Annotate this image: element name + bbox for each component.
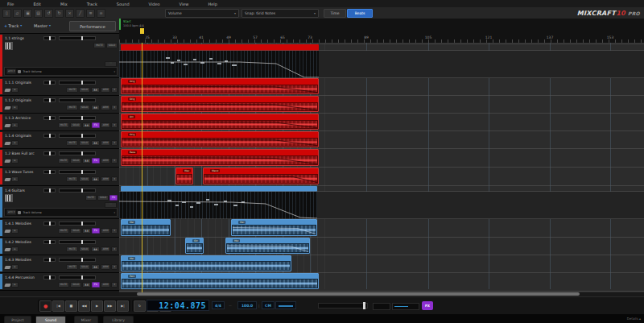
tab-sound[interactable]: Sound bbox=[35, 316, 66, 323]
volume-slider[interactable] bbox=[59, 240, 96, 244]
automation-icon[interactable]: ▲▲ bbox=[82, 228, 91, 234]
automation-lane-header[interactable]: arm ▾ Track Volume ▾ bbox=[4, 208, 118, 217]
automation-type-dropdown[interactable]: Volume▾ bbox=[165, 9, 239, 18]
pan-slider[interactable] bbox=[43, 116, 56, 120]
collapse-button[interactable]: ▾ bbox=[111, 122, 118, 128]
mute-button[interactable]: MUTE bbox=[66, 105, 78, 110]
clip-area[interactable]: ···Orig···Orig···Arc···Orig···Bass···Wav… bbox=[119, 43, 644, 297]
pan-slider[interactable] bbox=[43, 98, 56, 102]
track-1-3-wave-tunes[interactable]: 1.3 Wave Tunes ≡ MUTE SOLO ▲▲ ARM ▾ bbox=[0, 168, 119, 186]
redo-icon[interactable]: ↻ bbox=[55, 9, 64, 18]
stop-button[interactable]: ■ bbox=[65, 300, 77, 312]
automation-icon[interactable]: ▲▲ bbox=[82, 282, 91, 288]
track-menu-button[interactable]: ≡ bbox=[11, 264, 19, 270]
pan-slider[interactable] bbox=[43, 258, 56, 262]
track-1-1-strings[interactable]: 1.1 strings MUTE SOLO ··· arm ▾ Track Vo… bbox=[0, 34, 119, 78]
automation-icon[interactable]: ▲▲ bbox=[91, 246, 100, 252]
guitars-notes[interactable] bbox=[119, 192, 644, 219]
balance-slider[interactable] bbox=[373, 303, 390, 310]
tab-project[interactable]: Project bbox=[4, 316, 31, 323]
arm-button[interactable]: ARM bbox=[101, 282, 111, 288]
scrollbar-thumb[interactable] bbox=[137, 292, 580, 296]
audio-clip[interactable]: ···Perc bbox=[121, 273, 319, 289]
volume-slider[interactable] bbox=[59, 81, 96, 85]
pan-slider[interactable] bbox=[43, 275, 56, 280]
track-1-1-3-arcvoice[interactable]: 1.1.3 ArcVoice ≡ MUTE SOLO ▲▲FX ARM ▾ bbox=[0, 114, 119, 131]
mute-button[interactable]: MUTE bbox=[66, 140, 78, 146]
menu-video[interactable]: Video bbox=[149, 2, 160, 6]
volume-slider[interactable] bbox=[59, 188, 96, 193]
volume-slider[interactable] bbox=[59, 275, 96, 280]
menu-mix[interactable]: Mix bbox=[60, 2, 68, 6]
collapse-button[interactable]: ▾ bbox=[111, 264, 118, 270]
pencil-icon[interactable]: ╱ bbox=[76, 9, 85, 18]
automation-lane-header[interactable]: arm ▾ Track Volume ▾ bbox=[4, 67, 118, 76]
record-button[interactable]: ● bbox=[39, 300, 52, 312]
track-1-4-2-melodies[interactable]: 1.4.2 Melodies ≡ MUTE SOLO ▲▲ ARM ▾ bbox=[0, 238, 119, 255]
mixer-icon[interactable]: ▤ bbox=[34, 9, 43, 18]
link-icon[interactable]: ∞ bbox=[97, 9, 105, 18]
clip-volume-curve[interactable] bbox=[122, 150, 318, 165]
master-track-button[interactable]: Master▾ bbox=[34, 21, 51, 30]
arm-button[interactable]: ARM bbox=[101, 264, 111, 270]
rewind-button[interactable]: ◀◀ bbox=[78, 300, 90, 312]
clip-volume-curve[interactable] bbox=[232, 220, 316, 235]
beats-mode-button[interactable]: Beats bbox=[347, 9, 373, 18]
collapse-button[interactable]: ▾ bbox=[111, 158, 118, 164]
slider-handle[interactable] bbox=[363, 302, 365, 309]
new-project-icon[interactable]: ▯ bbox=[2, 9, 11, 18]
clip-volume-curve[interactable] bbox=[204, 168, 318, 184]
pan-slider[interactable] bbox=[43, 170, 56, 174]
menu-file[interactable]: File bbox=[7, 2, 14, 6]
volume-slider[interactable] bbox=[59, 116, 96, 120]
arm-button[interactable]: ARM bbox=[101, 105, 111, 110]
volume-slider[interactable] bbox=[59, 222, 96, 226]
clip-volume-curve[interactable] bbox=[122, 114, 318, 129]
tab-library[interactable]: Library bbox=[103, 316, 134, 323]
details-toggle[interactable]: Details ▴ bbox=[627, 317, 641, 321]
solo-button[interactable]: SOLO bbox=[106, 43, 118, 48]
open-project-icon[interactable]: ▱ bbox=[13, 9, 22, 18]
arm-dropdown[interactable]: arm ▾ bbox=[6, 209, 16, 215]
automation-icon[interactable]: ▲▲ bbox=[91, 264, 100, 270]
solo-button[interactable]: SOLO bbox=[79, 246, 90, 252]
volume-slider[interactable] bbox=[59, 170, 96, 174]
pan-slider[interactable] bbox=[43, 188, 56, 193]
collapse-button[interactable]: ▾ bbox=[111, 246, 118, 252]
fx-button[interactable]: FX bbox=[92, 158, 100, 164]
more-options-button[interactable]: ··· bbox=[105, 202, 117, 208]
track-menu-button[interactable]: ≡ bbox=[11, 122, 19, 128]
collapse-button[interactable]: ▾ bbox=[111, 282, 118, 288]
tab-mixer[interactable]: Mixer bbox=[74, 316, 98, 323]
arm-button[interactable]: ARM bbox=[101, 122, 111, 128]
track-menu-button[interactable]: ≡ bbox=[11, 140, 19, 146]
track-menu-button[interactable]: ≡ bbox=[11, 158, 19, 164]
mute-button[interactable]: MUTE bbox=[58, 122, 70, 128]
track-1-1-1-originals[interactable]: 1.1.1 Originals ≡ MUTE SOLO ▲▲ ARM ▾ bbox=[0, 78, 119, 96]
strings-notes[interactable] bbox=[119, 51, 644, 78]
track-1-2-bass-full-arc[interactable]: 1.2 Bass Full arc ≡ MUTE SOLO ▲▲FX ARM ▾ bbox=[0, 149, 119, 168]
solo-button[interactable]: SOLO bbox=[79, 176, 90, 182]
pan-slider[interactable] bbox=[43, 134, 56, 138]
mute-button[interactable]: MUTE bbox=[66, 264, 78, 270]
automation-icon[interactable]: ▲▲ bbox=[91, 176, 100, 182]
track-menu-button[interactable]: ≡ bbox=[11, 105, 19, 110]
key-display[interactable]: CM bbox=[262, 301, 275, 309]
volume-slider[interactable] bbox=[59, 36, 96, 40]
fx-button[interactable]: FX bbox=[92, 228, 100, 234]
audio-clip[interactable]: ···Wave bbox=[203, 168, 319, 184]
automation-curve[interactable] bbox=[119, 192, 317, 219]
mute-button[interactable]: MUTE bbox=[93, 43, 105, 48]
collapse-button[interactable]: ▾ bbox=[111, 140, 118, 146]
collapse-button[interactable]: ▾ bbox=[111, 176, 118, 182]
track-menu-button[interactable]: ≡ bbox=[11, 176, 19, 182]
pan-slider[interactable] bbox=[43, 222, 56, 226]
collapse-button[interactable]: ▾ bbox=[111, 228, 118, 234]
track-1-4-1-melodies[interactable]: 1.4.1 Melodies ≡ MUTE SOLO ▲▲FX ARM ▾ bbox=[0, 219, 119, 238]
snap-dropdown[interactable]: Snap: Grid Notes▾ bbox=[242, 9, 319, 18]
audio-clip[interactable]: ···Orig bbox=[121, 78, 319, 94]
go-to-end-button[interactable]: ▶| bbox=[117, 300, 129, 312]
arm-button[interactable]: ARM bbox=[101, 228, 111, 234]
solo-button[interactable]: SOLO bbox=[70, 158, 81, 164]
menu-edit[interactable]: Edit bbox=[33, 2, 41, 6]
